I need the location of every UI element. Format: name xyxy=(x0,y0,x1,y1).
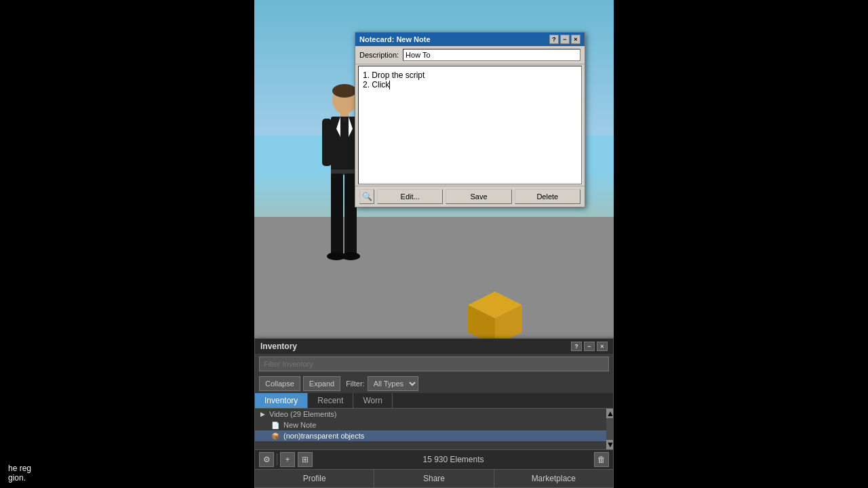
svg-rect-8 xyxy=(331,174,343,255)
text-cursor xyxy=(389,81,390,89)
description-label: Description: xyxy=(359,51,399,59)
notecard-search-button[interactable]: 🔍 xyxy=(359,189,374,204)
list-item-label: New Note xyxy=(283,421,316,429)
svg-rect-4 xyxy=(331,117,358,171)
scroll-up-arrow[interactable]: ▲ xyxy=(606,409,613,418)
description-input[interactable] xyxy=(403,49,580,61)
filter-type-select[interactable]: All Types xyxy=(368,376,418,391)
inventory-expand-button[interactable]: Expand xyxy=(303,376,340,391)
filter-label: Filter: xyxy=(346,380,365,388)
notecard-help-button[interactable]: ? xyxy=(549,35,559,44)
bottom-text-overlay: he reg gion. xyxy=(0,458,254,488)
collapse-arrow-icon: ▶ xyxy=(260,411,265,418)
profile-button[interactable]: Profile xyxy=(255,470,374,487)
left-black-panel xyxy=(0,0,254,488)
inventory-controls-row: Collapse Expand Filter: All Types xyxy=(255,374,613,393)
inventory-title: Inventory xyxy=(260,342,297,351)
move-button[interactable]: ⊞ xyxy=(298,452,313,467)
right-black-panel xyxy=(614,0,868,488)
notecard-description-row: Description: xyxy=(355,46,585,64)
notecard-title: Notecard: New Note xyxy=(359,35,549,43)
notecard-body[interactable]: 1. Drop the script 2. Click xyxy=(358,66,582,184)
box-icon: 📦 xyxy=(271,432,279,440)
inventory-close-button[interactable]: × xyxy=(597,342,608,351)
svg-rect-12 xyxy=(322,119,332,166)
inventory-help-button[interactable]: ? xyxy=(571,342,582,351)
notecard-edit-button[interactable]: Edit... xyxy=(377,189,443,204)
inventory-filter-row xyxy=(255,354,613,374)
inventory-collapse-button[interactable]: Collapse xyxy=(259,376,300,391)
marketplace-button[interactable]: Marketplace xyxy=(494,470,613,487)
notecard-save-button[interactable]: Save xyxy=(446,189,511,204)
trash-button[interactable]: 🗑 xyxy=(594,452,609,467)
notecard-line-2: 2. Click xyxy=(363,80,577,89)
notecard-window: Notecard: New Note ? − × Description: 1.… xyxy=(355,32,585,207)
list-item[interactable]: ▶ Video (29 Elements) xyxy=(255,409,613,420)
divider xyxy=(277,453,277,466)
notecard-delete-button[interactable]: Delete xyxy=(515,189,580,204)
tab-recent[interactable]: Recent xyxy=(308,393,353,408)
inventory-list: ▶ Video (29 Elements) 📄 New Note 📦 (non)… xyxy=(255,409,613,449)
list-item[interactable]: 📦 (non)transparent objects xyxy=(255,430,613,441)
svg-point-1 xyxy=(332,84,357,98)
settings-button[interactable]: ⚙ xyxy=(259,452,274,467)
tab-inventory[interactable]: Inventory xyxy=(255,393,308,408)
notecard-toolbar: 🔍 Edit... Save Delete xyxy=(355,186,585,207)
notecard-titlebar: Notecard: New Note ? − × xyxy=(355,33,585,46)
notecard-minimize-button[interactable]: − xyxy=(560,35,570,44)
inventory-bottom-bar: ⚙ + ⊞ 15 930 Elements 🗑 xyxy=(255,449,613,469)
scroll-down-arrow[interactable]: ▼ xyxy=(606,440,613,449)
inventory-panel: Inventory ? − × Collapse Expand Filter: … xyxy=(254,338,614,488)
svg-point-11 xyxy=(341,252,360,260)
notecard-titlebar-buttons: ? − × xyxy=(549,35,580,44)
list-item-label: Video (29 Elements) xyxy=(269,410,336,418)
notecard-line-1: 1. Drop the script xyxy=(363,70,577,80)
3d-box xyxy=(465,288,526,346)
inventory-filter-input[interactable] xyxy=(259,357,609,371)
list-item[interactable]: 📄 New Note xyxy=(255,420,613,430)
tab-worn[interactable]: Worn xyxy=(353,393,392,408)
inventory-minimize-button[interactable]: − xyxy=(584,342,595,351)
inventory-tabs-row: Inventory Recent Worn xyxy=(255,393,613,409)
bottom-text-line1: he reg xyxy=(8,464,246,473)
notecard-close-button[interactable]: × xyxy=(571,35,580,44)
list-item-label: (non)transparent objects xyxy=(283,432,364,440)
inventory-scrollbar[interactable]: ▲ ▼ xyxy=(606,409,613,449)
elements-count: 15 930 Elements xyxy=(315,455,591,464)
note-icon: 📄 xyxy=(271,422,279,429)
inventory-action-row: Profile Share Marketplace xyxy=(255,469,613,487)
inventory-titlebar-buttons: ? − × xyxy=(571,342,608,351)
bottom-text-line2: gion. xyxy=(8,473,246,483)
add-button[interactable]: + xyxy=(280,452,295,467)
inventory-list-wrapper: ▶ Video (29 Elements) 📄 New Note 📦 (non)… xyxy=(255,409,613,449)
share-button[interactable]: Share xyxy=(374,470,494,487)
inventory-titlebar: Inventory ? − × xyxy=(255,339,613,354)
